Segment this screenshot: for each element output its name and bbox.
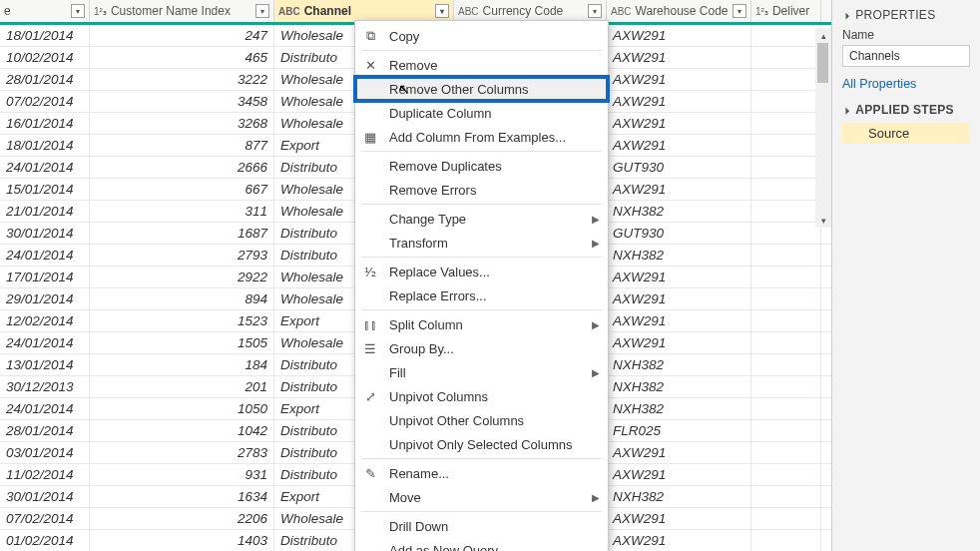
- scrollbar-thumb[interactable]: [817, 43, 828, 83]
- vertical-scrollbar[interactable]: ▴ ▾: [815, 28, 832, 228]
- cell-warehouse[interactable]: AXW291: [607, 25, 751, 46]
- cell-warehouse[interactable]: NXH382: [607, 354, 751, 375]
- cell-date[interactable]: 07/02/2014: [0, 508, 90, 529]
- cell-deliver[interactable]: [751, 113, 821, 134]
- column-filter-dropdown[interactable]: ▾: [733, 4, 746, 18]
- cell-deliver[interactable]: [751, 486, 821, 507]
- cell-customer-index[interactable]: 2206: [90, 508, 274, 529]
- menu-group-by[interactable]: ☰ Group By...: [355, 336, 608, 360]
- cell-customer-index[interactable]: 201: [90, 376, 274, 397]
- cell-deliver[interactable]: [751, 508, 821, 529]
- cell-deliver[interactable]: [751, 179, 821, 200]
- menu-unpivot-selected[interactable]: Unpivot Only Selected Columns: [355, 432, 608, 456]
- cell-deliver[interactable]: [751, 47, 821, 68]
- cell-deliver[interactable]: [751, 332, 821, 353]
- cell-date[interactable]: 16/01/2014: [0, 113, 90, 134]
- cell-warehouse[interactable]: AXW291: [607, 267, 751, 287]
- cell-date[interactable]: 29/01/2014: [0, 288, 90, 309]
- cell-deliver[interactable]: [751, 310, 821, 331]
- cell-deliver[interactable]: [751, 91, 821, 112]
- menu-unpivot-other-columns[interactable]: Unpivot Other Columns: [355, 408, 608, 432]
- menu-move[interactable]: Move ▶: [355, 485, 608, 509]
- column-filter-dropdown[interactable]: ▾: [588, 4, 602, 18]
- cell-date[interactable]: 13/01/2014: [0, 354, 90, 375]
- cell-date[interactable]: 10/02/2014: [0, 47, 90, 68]
- cell-date[interactable]: 03/01/2014: [0, 442, 90, 463]
- cell-customer-index[interactable]: 1403: [90, 530, 274, 551]
- cell-customer-index[interactable]: 184: [90, 354, 274, 375]
- cell-date[interactable]: 24/01/2014: [0, 157, 90, 178]
- menu-replace-errors[interactable]: Replace Errors...: [355, 283, 608, 307]
- query-name-input[interactable]: [842, 45, 970, 67]
- cell-deliver[interactable]: [751, 288, 821, 309]
- cell-date[interactable]: 24/01/2014: [0, 245, 90, 266]
- cell-deliver[interactable]: [751, 25, 821, 46]
- cell-customer-index[interactable]: 2922: [90, 267, 274, 287]
- cell-customer-index[interactable]: 1050: [90, 398, 274, 419]
- cell-warehouse[interactable]: AXW291: [607, 530, 751, 551]
- cell-warehouse[interactable]: AXW291: [607, 464, 751, 485]
- column-filter-dropdown[interactable]: ▾: [435, 4, 449, 18]
- cell-date[interactable]: 07/02/2014: [0, 91, 90, 112]
- cell-customer-index[interactable]: 894: [90, 288, 274, 309]
- cell-date[interactable]: 15/01/2014: [0, 179, 90, 200]
- cell-warehouse[interactable]: AXW291: [607, 113, 751, 134]
- cell-warehouse[interactable]: AXW291: [607, 135, 751, 156]
- menu-add-as-new-query[interactable]: Add as New Query: [355, 538, 608, 551]
- cell-date[interactable]: 28/01/2014: [0, 69, 90, 90]
- cell-customer-index[interactable]: 877: [90, 135, 274, 156]
- cell-warehouse[interactable]: AXW291: [607, 332, 751, 353]
- cell-warehouse[interactable]: AXW291: [607, 442, 751, 463]
- cell-customer-index[interactable]: 1634: [90, 486, 274, 507]
- cell-date[interactable]: 17/01/2014: [0, 267, 90, 287]
- menu-add-column-from-examples[interactable]: ▦ Add Column From Examples...: [355, 125, 608, 149]
- cell-warehouse[interactable]: NXH382: [607, 376, 751, 397]
- column-header-deliver[interactable]: 1²₃ Deliver: [751, 0, 821, 22]
- cell-date[interactable]: 21/01/2014: [0, 201, 90, 222]
- cell-customer-index[interactable]: 2666: [90, 157, 274, 178]
- cell-deliver[interactable]: [751, 69, 821, 90]
- cell-deliver[interactable]: [751, 135, 821, 156]
- menu-drill-down[interactable]: Drill Down: [355, 514, 608, 538]
- column-header-channel[interactable]: ABC Channel ▾: [274, 0, 454, 22]
- cell-warehouse[interactable]: NXH382: [607, 398, 751, 419]
- cell-warehouse[interactable]: FLR025: [607, 420, 751, 441]
- menu-rename[interactable]: ✎ Rename...: [355, 461, 608, 485]
- cell-deliver[interactable]: [751, 398, 821, 419]
- menu-change-type[interactable]: Change Type ▶: [355, 207, 608, 231]
- cell-customer-index[interactable]: 2783: [90, 442, 274, 463]
- scroll-down-arrow-icon[interactable]: ▾: [816, 213, 831, 228]
- cell-date[interactable]: 30/12/2013: [0, 376, 90, 397]
- cell-warehouse[interactable]: AXW291: [607, 288, 751, 309]
- cell-customer-index[interactable]: 931: [90, 464, 274, 485]
- cell-deliver[interactable]: [751, 376, 821, 397]
- menu-remove-duplicates[interactable]: Remove Duplicates: [355, 154, 608, 178]
- cell-date[interactable]: 12/02/2014: [0, 310, 90, 331]
- cell-date[interactable]: 01/02/2014: [0, 530, 90, 551]
- cell-customer-index[interactable]: 1505: [90, 332, 274, 353]
- properties-section-header[interactable]: PROPERTIES: [842, 8, 970, 22]
- menu-copy[interactable]: ⧉ Copy: [355, 24, 608, 48]
- menu-duplicate-column[interactable]: Duplicate Column: [355, 101, 608, 125]
- applied-steps-header[interactable]: APPLIED STEPS: [842, 103, 970, 117]
- column-header-customer-index[interactable]: 1²₃ Customer Name Index ▾: [90, 0, 274, 22]
- cell-date[interactable]: 30/01/2014: [0, 486, 90, 507]
- cell-deliver[interactable]: [751, 267, 821, 287]
- menu-remove[interactable]: ✕ Remove: [355, 53, 608, 77]
- cell-deliver[interactable]: [751, 530, 821, 551]
- cell-warehouse[interactable]: AXW291: [607, 310, 751, 331]
- menu-fill[interactable]: Fill ▶: [355, 360, 608, 384]
- cell-customer-index[interactable]: 667: [90, 179, 274, 200]
- column-header-currency[interactable]: ABC Currency Code ▾: [454, 0, 607, 22]
- cell-date[interactable]: 24/01/2014: [0, 398, 90, 419]
- cell-warehouse[interactable]: NXH382: [607, 245, 751, 266]
- cell-date[interactable]: 24/01/2014: [0, 332, 90, 353]
- cell-customer-index[interactable]: 3222: [90, 69, 274, 90]
- cell-warehouse[interactable]: NXH382: [607, 486, 751, 507]
- cell-deliver[interactable]: [751, 420, 821, 441]
- cell-deliver[interactable]: [751, 245, 821, 266]
- cell-customer-index[interactable]: 247: [90, 25, 274, 46]
- applied-step-source[interactable]: Source: [842, 123, 970, 144]
- cell-deliver[interactable]: [751, 201, 821, 222]
- scrollbar-track[interactable]: [815, 43, 832, 213]
